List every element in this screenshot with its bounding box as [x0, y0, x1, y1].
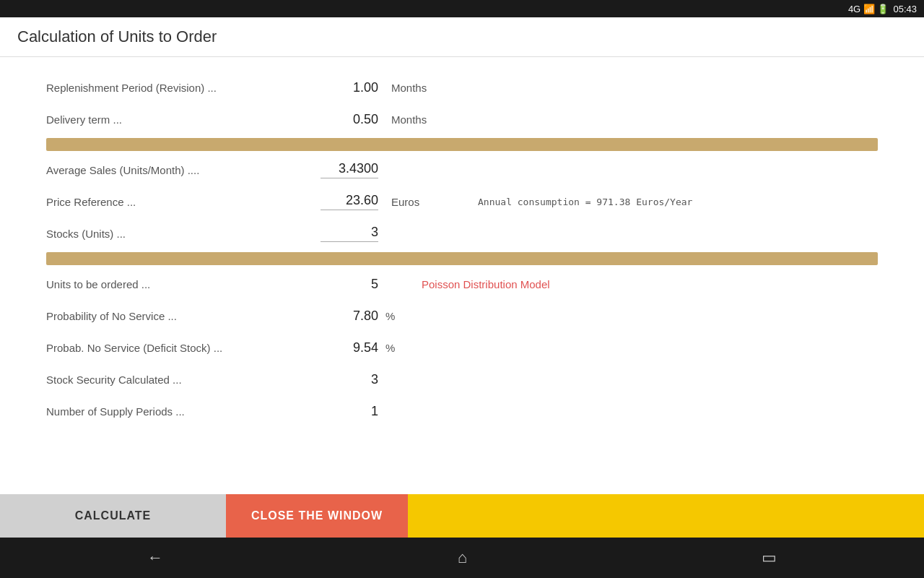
average-sales-row: Average Sales (Units/Month) .... 3.4300: [46, 154, 878, 186]
prob-no-service-value: 7.80: [321, 309, 378, 324]
delivery-term-value: 0.50: [321, 112, 378, 127]
stock-security-value: 3: [321, 372, 378, 387]
price-reference-row: Price Reference ... 23.60 Euros Annual c…: [46, 186, 878, 217]
prob-deficit-unit: %: [385, 342, 395, 354]
annual-consumption-text: Annual consumption = 971.38 Euros/Year: [478, 197, 692, 207]
prob-deficit-label: Probab. No Service (Deficit Stock) ...: [46, 342, 321, 354]
back-button[interactable]: ←: [147, 548, 163, 567]
supply-periods-label: Number of Supply Periods ...: [46, 405, 321, 418]
home-button[interactable]: ⌂: [458, 548, 467, 567]
stocks-value[interactable]: 3: [321, 225, 378, 242]
stock-security-label: Stock Security Calculated ...: [46, 374, 321, 386]
prob-deficit-row: Probab. No Service (Deficit Stock) ... 9…: [46, 332, 878, 363]
prob-deficit-value: 9.54: [321, 340, 378, 355]
stock-security-row: Stock Security Calculated ... 3: [46, 363, 878, 395]
replenishment-period-label: Replenishment Period (Revision) ...: [46, 82, 321, 94]
nav-bar: ← ⌂ ▭: [0, 538, 924, 578]
stocks-label: Stocks (Units) ...: [46, 228, 321, 240]
supply-periods-row: Number of Supply Periods ... 1: [46, 395, 878, 427]
main-content: Replenishment Period (Revision) ... 1.00…: [0, 57, 924, 494]
units-ordered-label: Units to be ordered ...: [46, 278, 321, 290]
units-ordered-row: Units to be ordered ... 5 Poisson Distri…: [46, 268, 878, 300]
replenishment-period-row: Replenishment Period (Revision) ... 1.00…: [46, 72, 878, 103]
close-window-button[interactable]: CLOSE THE WINDOW: [226, 494, 408, 538]
average-sales-value[interactable]: 3.4300: [321, 161, 378, 178]
supply-periods-value: 1: [321, 404, 378, 419]
stocks-row: Stocks (Units) ... 3: [46, 217, 878, 249]
page-title: Calculation of Units to Order: [17, 27, 217, 46]
poisson-model-label: Poisson Distribution Model: [422, 278, 550, 290]
bottom-buttons: CALCULATE CLOSE THE WINDOW: [0, 494, 924, 538]
prob-no-service-unit: %: [385, 310, 395, 322]
calculate-button[interactable]: CALCULATE: [0, 494, 226, 538]
replenishment-period-value: 1.00: [321, 80, 378, 95]
prob-no-service-label: Probability of No Service ...: [46, 310, 321, 322]
price-reference-label: Price Reference ...: [46, 196, 321, 208]
price-reference-value[interactable]: 23.60: [321, 193, 378, 210]
delivery-term-label: Delivery term ...: [46, 113, 321, 126]
status-bar: 4G 📶 🔋 05:43: [0, 0, 924, 17]
app-header: Calculation of Units to Order: [0, 17, 924, 57]
delivery-term-unit: Months: [391, 113, 435, 126]
units-ordered-value: 5: [321, 277, 378, 292]
yellow-spacer: [408, 494, 924, 538]
replenishment-period-unit: Months: [391, 82, 435, 94]
prob-no-service-row: Probability of No Service ... 7.80 %: [46, 300, 878, 332]
status-signal: 4G 📶 🔋: [848, 4, 889, 14]
price-reference-unit: Euros: [391, 196, 435, 208]
delivery-term-row: Delivery term ... 0.50 Months: [46, 103, 878, 135]
average-sales-label: Average Sales (Units/Month) ....: [46, 164, 321, 176]
recent-apps-button[interactable]: ▭: [762, 548, 777, 567]
divider-bar-2: [46, 252, 878, 265]
divider-bar-1: [46, 138, 878, 151]
status-time: 05:43: [893, 4, 917, 14]
